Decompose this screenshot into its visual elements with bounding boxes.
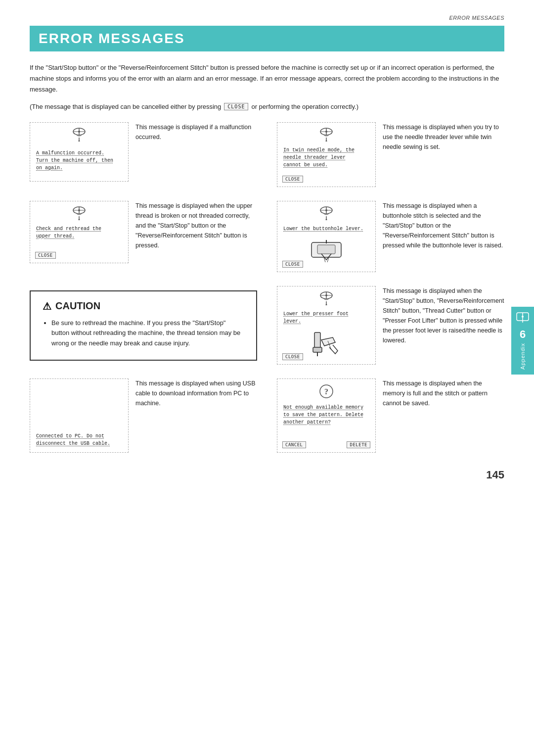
message-box-3: Check and rethread the upper thread. CLO…: [30, 201, 129, 263]
row-3: ⚠ CAUTION Be sure to rethread the machin…: [30, 286, 504, 365]
svg-point-17: [79, 219, 80, 221]
message-text-8: Not enough available memory to save the …: [283, 404, 363, 426]
caution-box: ⚠ CAUTION Be sure to rethread the machin…: [30, 290, 257, 361]
cancel-note: (The message that is displayed can be ca…: [30, 103, 504, 110]
message-box-6: Lower the presser foot lever. CLOSE: [277, 286, 376, 365]
description-1: This message is displayed if a malfuncti…: [135, 122, 257, 142]
svg-point-5: [79, 141, 80, 142]
message-text-2: In twin needle mode, the needle threader…: [283, 146, 355, 169]
close-button-msg6[interactable]: CLOSE: [282, 353, 303, 360]
svg-rect-25: [317, 245, 335, 254]
presser-foot-illustration: [309, 330, 344, 357]
icon-area-1: [36, 128, 122, 144]
message-text-3: Check and rethread the upper thread.: [36, 225, 101, 240]
icon-area-3: [36, 206, 122, 220]
message-item-7: Connected to PC. Do not disconnect the U…: [30, 378, 257, 453]
icon-area-6: [283, 291, 369, 305]
svg-point-11: [326, 141, 327, 142]
side-tab-label: Appendix: [520, 343, 526, 370]
message-item-2: In twin needle mode, the needle threader…: [277, 122, 504, 187]
message-item-8: ? Not enough available memory to save th…: [277, 378, 504, 453]
caution-title: ⚠ CAUTION: [43, 300, 244, 312]
cancel-button-msg8[interactable]: CANCEL: [282, 441, 306, 448]
message-text-1: A malfunction occurred. Turn the machine…: [36, 149, 113, 172]
machine-icon-1: [71, 128, 87, 144]
side-tab-icon: [516, 312, 530, 326]
svg-point-23: [326, 219, 327, 221]
svg-point-34: [326, 304, 327, 306]
caution-section: ⚠ CAUTION Be sure to rethread the machin…: [30, 286, 257, 365]
description-2: This message is displayed when you try t…: [383, 122, 504, 152]
title-bar: ERROR MESSAGES: [30, 26, 504, 51]
icon-area-4: [283, 206, 369, 220]
svg-point-43: [522, 316, 524, 318]
close-button-msg4[interactable]: CLOSE: [282, 261, 303, 268]
row-2: Check and rethread the upper thread. CLO…: [30, 201, 504, 272]
message-item-4: Lower the buttonhole lever. CLOSE This: [277, 201, 504, 272]
side-tab: 6 Appendix: [511, 307, 534, 375]
row-1: A malfunction occurred. Turn the machine…: [30, 122, 504, 187]
description-3: This message is displayed when the upper…: [135, 201, 257, 250]
caution-triangle-icon: ⚠: [43, 300, 51, 312]
icon-area-2: [283, 128, 369, 142]
side-tab-number: 6: [520, 328, 526, 341]
description-4: This message is displayed when a buttonh…: [383, 201, 504, 250]
description-8: This message is displayed when the memor…: [383, 378, 504, 408]
message-box-2: In twin needle mode, the needle threader…: [277, 122, 376, 187]
icon-area-8: ?: [283, 384, 369, 399]
message-box-7: Connected to PC. Do not disconnect the U…: [30, 378, 129, 453]
description-6: This message is displayed when the "Star…: [383, 286, 504, 345]
message-item-3: Check and rethread the upper thread. CLO…: [30, 201, 257, 272]
close-button-msg3[interactable]: CLOSE: [35, 252, 56, 259]
message-text-6: Lower the presser foot lever.: [283, 310, 349, 325]
message-item-1: A malfunction occurred. Turn the machine…: [30, 122, 257, 187]
message-text-4: Lower the buttonhole lever.: [283, 225, 363, 233]
row-4: Connected to PC. Do not disconnect the U…: [30, 378, 504, 453]
page-number: 145: [486, 469, 504, 481]
section-header: ERROR MESSAGES: [30, 15, 504, 21]
close-button-msg2[interactable]: CLOSE: [282, 176, 303, 183]
message-item-6: Lower the presser foot lever. CLOSE This…: [277, 286, 504, 365]
svg-rect-36: [313, 347, 322, 352]
message-box-8: ? Not enough available memory to save th…: [277, 378, 376, 453]
svg-point-3: [78, 131, 80, 133]
description-7: This message is displayed when using USB…: [135, 378, 257, 408]
message-text-7: Connected to PC. Do not disconnect the U…: [36, 432, 110, 447]
close-button-example: CLOSE: [224, 103, 248, 110]
svg-point-15: [78, 209, 80, 211]
buttonhole-illustration: [307, 237, 346, 265]
svg-text:?: ?: [324, 387, 328, 396]
delete-button-msg8[interactable]: DELETE: [347, 441, 370, 448]
intro-paragraph: If the "Start/Stop button" or the "Rever…: [30, 62, 504, 95]
svg-point-9: [325, 131, 327, 133]
svg-point-21: [325, 209, 327, 211]
svg-point-32: [325, 294, 327, 296]
message-box-1: A malfunction occurred. Turn the machine…: [30, 122, 129, 182]
message-box-4: Lower the buttonhole lever. CLOSE: [277, 201, 376, 272]
page-title: ERROR MESSAGES: [39, 31, 495, 47]
caution-body: Be sure to rethread the machine. If you …: [43, 318, 244, 349]
